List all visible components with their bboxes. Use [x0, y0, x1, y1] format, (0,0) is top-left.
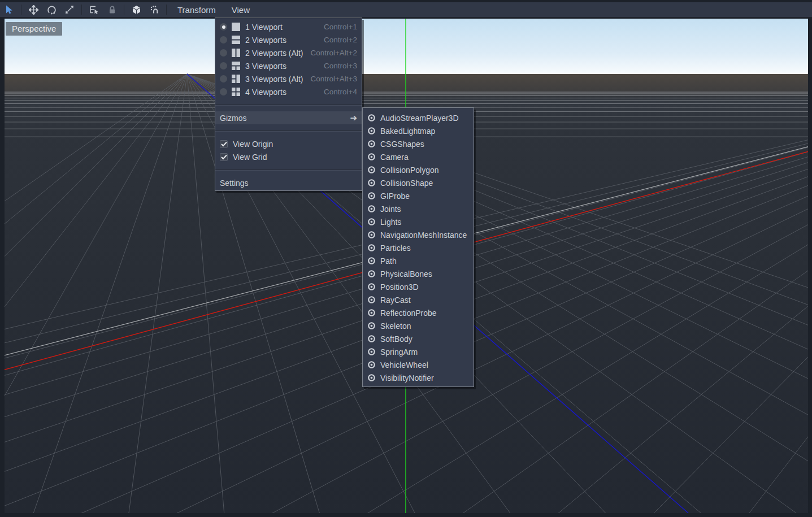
menu-item-2-viewports[interactable]: 2 Viewports Control+2 — [215, 33, 362, 46]
visibility-eye-icon — [367, 360, 376, 369]
viewport-layout-2h-icon — [232, 36, 240, 44]
toolbar-separator — [124, 5, 124, 15]
gizmo-item-collisionpolygon[interactable]: CollisionPolygon — [363, 163, 474, 176]
gizmo-item-navigationmeshinstance[interactable]: NavigationMeshInstance — [363, 228, 474, 241]
viewport-layout-2v-icon — [232, 49, 240, 57]
visibility-eye-icon — [367, 179, 376, 187]
gizmo-item-audiostreamplayer3d[interactable]: AudioStreamPlayer3D — [363, 111, 474, 124]
gizmo-item-softbody[interactable]: SoftBody — [363, 332, 474, 345]
gizmo-item-springarm[interactable]: SpringArm — [363, 345, 474, 358]
visibility-eye-icon — [367, 218, 376, 226]
cube-icon — [132, 5, 141, 15]
shortcut-label: Control+2 — [324, 36, 357, 44]
lock-button[interactable] — [103, 3, 120, 16]
rotate-tool-button[interactable] — [43, 3, 60, 16]
gizmo-item-physicalbones[interactable]: PhysicalBones — [363, 267, 474, 280]
window-bottom-edge — [0, 513, 812, 517]
lock-icon — [108, 6, 116, 14]
window-left-edge — [0, 18, 5, 517]
gizmo-item-giprobe[interactable]: GIProbe — [363, 189, 474, 202]
gizmo-item-camera[interactable]: Camera — [363, 150, 474, 163]
mesh-options-button[interactable] — [128, 3, 145, 16]
gizmo-item-csgshapes[interactable]: CSGShapes — [363, 137, 474, 150]
gizmo-item-joints[interactable]: Joints — [363, 202, 474, 215]
move-tool-button[interactable] — [25, 3, 42, 16]
menu-item-2-viewports-alt[interactable]: 2 Viewports (Alt) Control+Alt+2 — [215, 46, 362, 59]
submenu-arrow-icon: ➔ — [350, 113, 357, 123]
gizmo-item-collisionshape[interactable]: CollisionShape — [363, 176, 474, 189]
toolbar-separator — [166, 5, 167, 15]
scale-icon — [65, 5, 74, 14]
visibility-eye-icon — [367, 283, 376, 291]
shortcut-label: Control+Alt+3 — [310, 75, 357, 83]
projection-label[interactable]: Perspective — [6, 22, 62, 36]
menu-item-3-viewports-alt[interactable]: 3 Viewports (Alt) Control+Alt+3 — [215, 72, 362, 85]
radio-icon — [220, 36, 227, 44]
view-menu-button[interactable]: View — [224, 2, 258, 18]
toolbar-separator — [81, 5, 82, 15]
snap-button[interactable] — [146, 3, 163, 16]
visibility-eye-icon — [367, 192, 376, 200]
checkbox-checked-icon — [220, 140, 228, 148]
list-select-icon — [89, 5, 98, 14]
godot-editor-window: Transform View — [0, 0, 812, 517]
menu-item-3-viewports[interactable]: 3 Viewports Control+3 — [215, 59, 362, 72]
gizmo-item-bakedlightmap[interactable]: BakedLightmap — [363, 124, 474, 137]
gizmo-item-particles[interactable]: Particles — [363, 241, 474, 254]
gizmo-item-lights[interactable]: Lights — [363, 215, 474, 228]
scale-tool-button[interactable] — [61, 3, 78, 16]
radio-icon — [220, 49, 227, 57]
visibility-eye-icon — [367, 322, 376, 330]
menu-item-4-viewports[interactable]: 4 Viewports Control+4 — [215, 85, 362, 98]
visibility-eye-icon — [367, 205, 376, 213]
sky — [5, 19, 808, 74]
visibility-eye-icon — [367, 296, 376, 304]
visibility-eye-icon — [367, 140, 376, 148]
visibility-eye-icon — [367, 166, 376, 174]
menu-item-gizmos[interactable]: Gizmos ➔ — [215, 111, 362, 124]
menu-item-view-origin[interactable]: View Origin — [215, 137, 362, 150]
snap-icon — [150, 5, 159, 15]
menu-separator — [215, 163, 362, 176]
shortcut-label: Control+3 — [324, 62, 357, 70]
select-arrow-icon — [5, 5, 14, 14]
gizmo-item-skeleton[interactable]: Skeleton — [363, 319, 474, 332]
radio-icon — [220, 75, 227, 82]
viewport-layout-4-icon — [232, 88, 240, 96]
visibility-eye-icon — [367, 373, 376, 382]
window-right-edge — [808, 18, 812, 517]
checkbox-checked-icon — [220, 153, 228, 161]
visibility-eye-icon — [367, 244, 376, 252]
gizmo-item-raycast[interactable]: RayCast — [363, 293, 474, 306]
visibility-eye-icon — [367, 127, 376, 135]
shortcut-label: Control+1 — [324, 23, 357, 31]
spatial-toolbar: Transform View — [0, 2, 812, 18]
gizmo-item-visibilitynotifier[interactable]: VisibilityNotifier — [363, 371, 474, 384]
shortcut-label: Control+4 — [324, 88, 357, 96]
menu-separator — [215, 98, 362, 111]
menu-item-view-grid[interactable]: View Grid — [215, 150, 362, 163]
radio-icon — [220, 62, 227, 69]
horizon-fog — [5, 74, 808, 103]
visibility-eye-icon — [367, 153, 376, 161]
transform-menu-button[interactable]: Transform — [170, 2, 224, 18]
gizmos-submenu-popup: AudioStreamPlayer3DBakedLightmapCSGShape… — [362, 107, 474, 387]
viewport-layout-1-icon — [232, 23, 240, 31]
select-mode-list-button[interactable] — [85, 3, 102, 16]
visibility-eye-icon — [367, 309, 376, 317]
select-tool-button[interactable] — [1, 3, 18, 16]
menu-item-1-viewport[interactable]: 1 Viewport Control+1 — [215, 20, 362, 33]
view-menu-popup: 1 Viewport Control+1 2 Viewports Control… — [215, 18, 362, 191]
visibility-eye-icon — [367, 231, 376, 239]
viewport-layout-3-icon — [232, 62, 240, 70]
toolbar-separator — [21, 5, 21, 15]
gizmo-item-position3d[interactable]: Position3D — [363, 280, 474, 293]
gizmo-item-reflectionprobe[interactable]: ReflectionProbe — [363, 306, 474, 319]
visibility-eye-icon — [367, 334, 376, 343]
shortcut-label: Control+Alt+2 — [310, 49, 357, 57]
gizmo-item-vehiclewheel[interactable]: VehicleWheel — [363, 358, 474, 371]
rotate-icon — [47, 5, 57, 15]
move-icon — [29, 5, 38, 15]
gizmo-item-path[interactable]: Path — [363, 254, 474, 267]
menu-item-settings[interactable]: Settings — [215, 176, 362, 189]
